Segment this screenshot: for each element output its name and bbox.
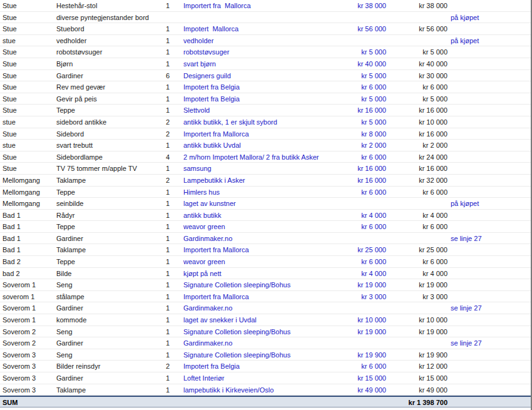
- cell-total[interactable]: kr 56 000: [389, 23, 451, 34]
- cell-room[interactable]: Mellomgang: [0, 187, 55, 198]
- cell-room[interactable]: stue: [0, 35, 55, 46]
- cell-total[interactable]: kr 30 000: [389, 70, 451, 81]
- cell-unit-price[interactable]: kr 5 000: [354, 46, 389, 58]
- cell-total[interactable]: kr 6 000: [389, 221, 451, 232]
- cell-quantity[interactable]: 2: [148, 175, 172, 186]
- cell-total[interactable]: kr 6 000: [389, 81, 451, 93]
- cell-source[interactable]: vedholder: [172, 35, 354, 46]
- cell-total[interactable]: kr 3 000: [389, 291, 451, 302]
- cell-total[interactable]: kr 10 000: [389, 314, 451, 325]
- cell-source[interactable]: Importert fra Mallorca: [172, 0, 354, 11]
- cell-total[interactable]: kr 6 000: [389, 256, 451, 267]
- cell-total[interactable]: kr 16 000: [389, 128, 451, 140]
- cell-item[interactable]: Gardiner: [55, 372, 148, 384]
- cell-source[interactable]: samsung: [172, 163, 354, 174]
- cell-item[interactable]: Sidebordlampe: [55, 151, 148, 163]
- cell-source[interactable]: antikk butikk: [172, 210, 354, 221]
- cell-room[interactable]: Stue: [0, 58, 55, 69]
- cell-room[interactable]: Stue: [0, 93, 55, 105]
- cell-source[interactable]: lampebutikk i Kirkeveien/Oslo: [172, 384, 354, 396]
- cell-room[interactable]: Mellomgang: [0, 198, 55, 209]
- cell-unit-price[interactable]: kr 8 000: [354, 128, 389, 140]
- cell-source[interactable]: 2 m/horn Impotert Mallora/ 2 fra butikk …: [172, 151, 354, 163]
- cell-quantity[interactable]: 1: [148, 221, 172, 232]
- cell-item[interactable]: Seng: [55, 279, 148, 290]
- cell-quantity[interactable]: 1: [148, 314, 172, 325]
- cell-quantity[interactable]: 1: [148, 337, 172, 349]
- cell-unit-price[interactable]: kr 6 000: [354, 256, 389, 267]
- cell-room[interactable]: Soverom 2: [0, 326, 55, 337]
- cell-quantity[interactable]: 1: [148, 23, 172, 34]
- cell-quantity[interactable]: 1: [148, 105, 172, 116]
- cell-unit-price[interactable]: kr 40 000: [354, 58, 389, 69]
- cell-note[interactable]: på kjøpet: [451, 12, 485, 23]
- cell-quantity[interactable]: 1: [148, 384, 172, 396]
- cell-source[interactable]: Slettvold: [172, 105, 354, 116]
- cell-item[interactable]: robotstøvsuger: [55, 46, 148, 58]
- sum-row[interactable]: SUM kr 1 398 700: [0, 396, 531, 407]
- cell-unit-price[interactable]: kr 6 000: [354, 187, 389, 198]
- cell-note[interactable]: se linje 27: [451, 302, 485, 314]
- cell-unit-price[interactable]: kr 16 000: [354, 163, 389, 174]
- cell-item[interactable]: Sidebord: [55, 128, 148, 140]
- cell-source[interactable]: Importert fra Mallorca: [172, 128, 354, 140]
- cell-unit-price[interactable]: kr 4 000: [354, 210, 389, 221]
- cell-room[interactable]: Stue: [0, 151, 55, 163]
- cell-quantity[interactable]: 1: [148, 326, 172, 337]
- cell-quantity[interactable]: 1: [148, 349, 172, 361]
- cell-room[interactable]: Bad 1: [0, 233, 55, 244]
- cell-item[interactable]: Seng: [55, 326, 148, 337]
- cell-total[interactable]: kr 19 900: [389, 349, 451, 361]
- cell-total[interactable]: kr 19 000: [389, 279, 451, 290]
- cell-total[interactable]: kr 16 000: [389, 105, 451, 116]
- cell-quantity[interactable]: 1: [148, 268, 172, 279]
- cell-room[interactable]: Stue: [0, 23, 55, 34]
- cell-unit-price[interactable]: kr 6 000: [354, 361, 389, 372]
- cell-item[interactable]: Rådyr: [55, 210, 148, 221]
- cell-note[interactable]: se linje 27: [451, 337, 485, 349]
- cell-unit-price[interactable]: kr 15 000: [354, 372, 389, 384]
- cell-source[interactable]: Loftet Interiør: [172, 372, 354, 384]
- cell-total[interactable]: kr 10 000: [389, 116, 451, 128]
- cell-note[interactable]: på kjøpet: [451, 35, 485, 46]
- cell-item[interactable]: kommode: [55, 314, 148, 325]
- cell-item[interactable]: diverse pyntegjenstander bord: [55, 12, 148, 23]
- cell-unit-price[interactable]: kr 19 000: [354, 279, 389, 290]
- cell-room[interactable]: stue: [0, 116, 55, 128]
- cell-total[interactable]: kr 4 000: [389, 268, 451, 279]
- cell-room[interactable]: Stue: [0, 81, 55, 93]
- cell-quantity[interactable]: 1: [148, 244, 172, 255]
- cell-note[interactable]: på kjøpet: [451, 198, 485, 209]
- cell-source[interactable]: antikk butikk, 1 er skjult sybord: [172, 116, 354, 128]
- cell-unit-price[interactable]: kr 25 000: [354, 244, 389, 255]
- cell-item[interactable]: Gardiner: [55, 70, 148, 81]
- cell-unit-price[interactable]: kr 6 000: [354, 81, 389, 93]
- cell-item[interactable]: seinbilde: [55, 198, 148, 209]
- cell-unit-price[interactable]: kr 2 000: [354, 140, 389, 151]
- cell-unit-price[interactable]: kr 10 000: [354, 314, 389, 325]
- cell-source[interactable]: Importert fra Mallorca: [172, 291, 354, 302]
- cell-quantity[interactable]: 1: [148, 372, 172, 384]
- cell-room[interactable]: Soverom 3: [0, 349, 55, 361]
- cell-quantity[interactable]: 4: [148, 151, 172, 163]
- cell-quantity[interactable]: 1: [148, 233, 172, 244]
- cell-source[interactable]: Signature Colletion sleeping/Bohus: [172, 279, 354, 290]
- cell-total[interactable]: kr 38 000: [389, 0, 451, 11]
- cell-quantity[interactable]: 1: [148, 46, 172, 58]
- cell-source[interactable]: Designers guild: [172, 70, 354, 81]
- cell-item[interactable]: Teppe: [55, 221, 148, 232]
- cell-unit-price[interactable]: kr 6 000: [354, 151, 389, 163]
- cell-unit-price[interactable]: kr 5 000: [354, 93, 389, 105]
- cell-quantity[interactable]: 6: [148, 70, 172, 81]
- cell-item[interactable]: Rev med gevær: [55, 81, 148, 93]
- cell-total[interactable]: kr 32 000: [389, 175, 451, 186]
- cell-item[interactable]: Taklampe: [55, 175, 148, 186]
- cell-unit-price[interactable]: kr 56 000: [354, 23, 389, 34]
- cell-item[interactable]: Gardiner: [55, 337, 148, 349]
- cell-source[interactable]: weavor green: [172, 221, 354, 232]
- cell-room[interactable]: Soverom 3: [0, 384, 55, 396]
- cell-room[interactable]: Stue: [0, 163, 55, 174]
- cell-item[interactable]: Seng: [55, 349, 148, 361]
- cell-quantity[interactable]: 1: [148, 0, 172, 11]
- cell-item[interactable]: Gardiner: [55, 302, 148, 314]
